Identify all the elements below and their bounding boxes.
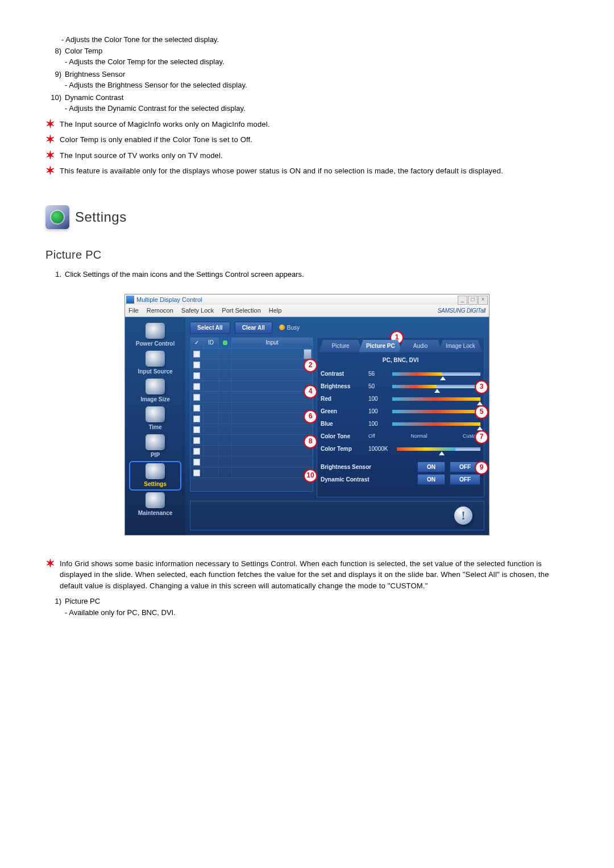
slider-contrast[interactable] xyxy=(392,372,480,376)
menu-file[interactable]: File xyxy=(128,306,139,315)
sidebar-item-label: PIP xyxy=(130,451,180,459)
sidebar-item-power-control[interactable]: Power Control xyxy=(130,323,180,348)
slider-blue[interactable] xyxy=(392,422,480,426)
slider-brightness[interactable] xyxy=(392,384,480,389)
row-input xyxy=(232,402,313,413)
table-row[interactable] xyxy=(190,359,313,370)
note-text: Color Temp is only enabled if the Color … xyxy=(60,134,569,146)
sidebar-item-time[interactable]: Time xyxy=(130,406,180,431)
sub-header: PC, BNC, DVI xyxy=(321,356,480,364)
label-brightness-sensor: Brightness Sensor xyxy=(321,463,389,471)
slider-red[interactable] xyxy=(392,397,480,401)
intro-line: 1. Click Settings of the main icons and … xyxy=(45,269,569,280)
note-row: ✶This feature is available only for the … xyxy=(45,165,569,177)
row-red: Red 100 xyxy=(321,393,480,405)
row-check[interactable] xyxy=(190,424,204,434)
sidebar-icon xyxy=(146,492,165,508)
table-row[interactable] xyxy=(190,392,313,402)
sidebar: Power ControlInput SourceImage SizeTimeP… xyxy=(125,317,185,535)
info-grid[interactable]: ID Input xyxy=(190,337,313,492)
row-status xyxy=(219,381,232,391)
value-blue: 100 xyxy=(368,420,392,428)
row-check[interactable] xyxy=(190,446,204,456)
table-row[interactable] xyxy=(190,348,313,359)
row-check[interactable] xyxy=(190,392,204,402)
row-status xyxy=(219,467,232,477)
row-check[interactable] xyxy=(190,359,204,369)
callout-3: 3 xyxy=(475,380,488,394)
maximize-icon[interactable]: □ xyxy=(468,296,478,305)
brand-label: SAMSUNG DIGITall xyxy=(438,306,486,315)
window-controls[interactable]: _□× xyxy=(457,294,488,305)
tab-image-lock[interactable]: Image Lock xyxy=(439,340,482,352)
minimize-icon[interactable]: _ xyxy=(458,296,467,305)
slider-green[interactable] xyxy=(392,409,480,414)
row-check[interactable] xyxy=(190,402,204,413)
note-text: This feature is available only for the d… xyxy=(60,165,569,177)
row-status xyxy=(219,424,232,434)
row-check[interactable] xyxy=(190,381,204,391)
row-id xyxy=(204,359,219,369)
close-icon[interactable]: × xyxy=(478,296,488,305)
label-colortone: Color Tone xyxy=(321,432,368,441)
table-row[interactable] xyxy=(190,424,313,435)
menu-help[interactable]: Help xyxy=(269,306,282,315)
sidebar-icon xyxy=(146,463,165,479)
settings-panel: 1 Picture Picture PC Audio Image Lock PC… xyxy=(317,337,484,497)
slider-colortemp[interactable] xyxy=(397,447,480,451)
table-row[interactable] xyxy=(190,402,313,413)
callout-8: 8 xyxy=(304,435,317,448)
row-status xyxy=(219,370,232,380)
tab-audio[interactable]: Audio xyxy=(399,340,442,352)
tab-picture[interactable]: Picture xyxy=(319,340,362,352)
tab-picture-pc[interactable]: Picture PC xyxy=(359,340,402,352)
grid-header: ID Input xyxy=(190,338,313,348)
row-check[interactable] xyxy=(190,467,204,477)
row-check[interactable] xyxy=(190,348,204,359)
row-check[interactable] xyxy=(190,370,204,380)
table-row[interactable] xyxy=(190,467,313,478)
callout-6: 6 xyxy=(304,410,317,423)
row-check[interactable] xyxy=(190,413,204,423)
table-row[interactable] xyxy=(190,413,313,424)
item-desc: - Adjusts the Color Temp for the selecte… xyxy=(65,56,569,68)
row-input xyxy=(232,381,313,391)
item-num: 10) xyxy=(45,92,65,114)
dcontrast-off-button[interactable]: OFF xyxy=(450,474,480,485)
sidebar-item-settings[interactable]: Settings xyxy=(130,462,180,489)
row-input xyxy=(232,370,313,380)
row-id xyxy=(204,402,219,413)
intro-num: 1. xyxy=(45,269,65,280)
colortone-scale[interactable]: Off Normal Custom xyxy=(368,433,480,441)
note-row: ✶The Input source of TV works only on TV… xyxy=(45,150,569,161)
select-all-button[interactable]: Select All xyxy=(190,322,230,334)
clear-all-button[interactable]: Clear All xyxy=(235,322,272,334)
scrollbar-thumb[interactable] xyxy=(304,349,312,359)
sidebar-item-maintenance[interactable]: Maintenance xyxy=(130,492,180,517)
sidebar-item-pip[interactable]: PIP xyxy=(130,434,180,459)
row-colortone: Color Tone Off Normal Custom 7 xyxy=(321,430,480,443)
menu-port-selection[interactable]: Port Selection xyxy=(222,306,260,315)
table-row[interactable] xyxy=(190,446,313,456)
table-row[interactable] xyxy=(190,435,313,446)
callout-10: 10 xyxy=(304,469,317,483)
table-row[interactable] xyxy=(190,370,313,381)
sidebar-item-label: Settings xyxy=(130,480,180,488)
grid-input-col: Input xyxy=(232,338,313,348)
row-id xyxy=(204,446,219,456)
list-item: 9)Brightness Sensor- Adjusts the Brightn… xyxy=(45,69,569,91)
sidebar-item-input-source[interactable]: Input Source xyxy=(130,351,180,376)
menu-remocon[interactable]: Remocon xyxy=(147,306,173,315)
row-input xyxy=(232,435,313,445)
bsensor-on-button[interactable]: ON xyxy=(417,462,445,472)
sidebar-item-image-size[interactable]: Image Size xyxy=(130,379,180,404)
row-check[interactable] xyxy=(190,435,204,445)
sidebar-icon xyxy=(146,434,165,450)
dcontrast-on-button[interactable]: ON xyxy=(417,474,445,485)
row-brightness: Brightness 50 3 xyxy=(321,380,480,393)
table-row[interactable] xyxy=(190,381,313,392)
menu-safety-lock[interactable]: Safety Lock xyxy=(181,306,214,315)
row-check[interactable] xyxy=(190,456,204,467)
table-row[interactable] xyxy=(190,456,313,467)
row-id xyxy=(204,381,219,391)
